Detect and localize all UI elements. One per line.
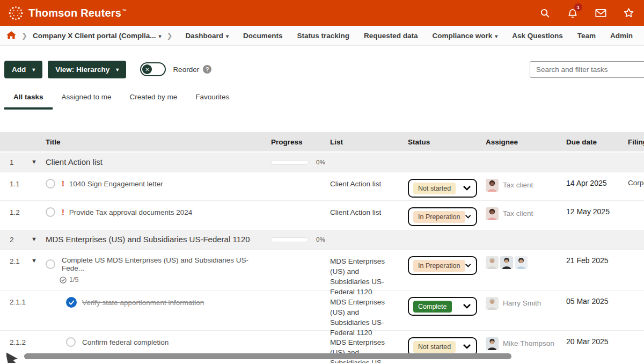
avatar [515, 256, 528, 269]
avatar [486, 179, 499, 192]
favourites-star-icon[interactable] [623, 7, 634, 19]
avatar [486, 207, 499, 220]
check-icon [69, 300, 75, 305]
progress-cell: 0% [267, 159, 326, 165]
chevron-down-icon [463, 304, 471, 309]
due-date-cell: 05 Mar 2025 [562, 291, 624, 330]
task-checkbox[interactable] [46, 179, 55, 188]
chevron-down-icon [465, 214, 471, 219]
tasks-table: Title Progress List Status Assignee Due … [0, 132, 644, 363]
tab-assigned-to-me[interactable]: Assigned to me [53, 88, 121, 110]
task-title[interactable]: Complete US MDS Enterprises (US) and Sub… [62, 256, 267, 272]
toggle-off-x-icon: ✕ [142, 64, 152, 74]
filing-cell: Corpo [624, 172, 644, 200]
nav-item-status-tracking[interactable]: Status tracking [297, 32, 349, 40]
notifications-bell-icon[interactable]: 1 [567, 7, 579, 19]
tab-all-tasks[interactable]: All tasks [4, 88, 53, 110]
status-dropdown[interactable]: In Preperation [408, 207, 477, 226]
breadcrumb-nav-bar: ❯ Company X Client portal (Complia...▾ ❯… [0, 26, 644, 46]
nav-item-team[interactable]: Team [577, 32, 596, 40]
assignee-cell [481, 250, 562, 290]
task-checkbox[interactable] [46, 207, 55, 217]
group-title[interactable]: MDS Enterprises (US) and Subsidiaries US… [46, 235, 250, 244]
assignee-name: Harry Smith [503, 297, 541, 310]
task-toolbar: Add▾ View: Hierarchy▾ ✕ Reorder ? [0, 60, 644, 78]
main-nav: Dashboard▾ Documents Status tracking Req… [185, 32, 633, 40]
tr-kinesis-icon [9, 6, 23, 20]
filing-cell [624, 291, 644, 330]
due-date-cell: 12 May 2025 [562, 201, 624, 229]
reorder-toggle[interactable]: ✕ [140, 62, 166, 76]
col-due-date: Due date [562, 138, 624, 146]
chevron-down-icon [463, 344, 471, 349]
nav-item-documents[interactable]: Documents [243, 32, 283, 40]
table-row-2-1: 2.1▼ Complete US MDS Enterprises (US) an… [0, 249, 644, 290]
reorder-label: Reorder [173, 66, 199, 74]
status-dropdown[interactable]: Complete [408, 297, 477, 316]
table-header-row: Title Progress List Status Assignee Due … [0, 132, 644, 151]
tab-created-by-me[interactable]: Created by me [121, 88, 187, 110]
status-badge: Complete [413, 301, 452, 313]
task-title[interactable]: Confirm federal completion [82, 338, 169, 346]
status-badge: Not started [413, 341, 456, 353]
nav-item-admin[interactable]: Admin [610, 32, 633, 40]
list-cell: Client Action list [326, 172, 404, 200]
assignee-cell: Tax client [481, 201, 562, 229]
task-checkbox[interactable] [46, 259, 55, 269]
col-assignee: Assignee [481, 138, 562, 146]
filing-cell [624, 331, 644, 363]
search-icon[interactable] [539, 7, 551, 19]
mouse-cursor [6, 349, 20, 363]
group-title[interactable]: Client Action list [46, 157, 103, 166]
list-cell: MDS Enterprises (US) and Subsidiaries US… [326, 291, 404, 330]
progress-bar [271, 160, 309, 165]
tab-favourites[interactable]: Favourites [186, 88, 238, 110]
add-button[interactable]: Add▾ [4, 61, 42, 78]
assignee-name: Mike Thompson [503, 337, 554, 350]
reorder-help-icon[interactable]: ? [203, 65, 211, 74]
breadcrumb-portal-dropdown[interactable]: Company X Client portal (Complia...▾ [33, 32, 162, 40]
search-input[interactable] [530, 61, 644, 78]
horizontal-scrollbar[interactable] [24, 353, 511, 359]
task-title[interactable]: Provide Tax approval documents 2024 [69, 208, 192, 216]
status-dropdown[interactable]: Not started [408, 179, 477, 198]
task-checkbox[interactable] [66, 337, 76, 347]
thomson-reuters-logo[interactable]: Thomson Reuters ™ [9, 6, 127, 20]
breadcrumb-separator: ❯ [21, 32, 27, 40]
task-title[interactable]: Verify state apportionment information [82, 299, 204, 307]
subtask-progress: 1/5 [60, 276, 267, 284]
due-date-cell: 14 Apr 2025 [562, 172, 624, 200]
assignee-cell: Tax client [481, 172, 562, 200]
status-badge: In Preperation [413, 211, 465, 223]
col-filing: Filing [624, 138, 644, 146]
status-dropdown[interactable]: In Preperation [408, 256, 477, 275]
breadcrumb-separator: ❯ [166, 32, 172, 40]
task-tabs: All tasks Assigned to me Created by me F… [0, 88, 644, 110]
col-status: Status [404, 138, 481, 146]
nav-item-ask-questions[interactable]: Ask Questions [512, 32, 563, 40]
status-badge: Not started [413, 183, 456, 194]
nav-item-compliance-work[interactable]: Compliance work▾ [433, 32, 498, 40]
task-title[interactable]: 1040 Sign Engagement letter [69, 180, 163, 188]
chevron-down-icon [463, 186, 471, 191]
collapse-caret-icon[interactable]: ▼ [31, 158, 37, 165]
col-list: List [326, 137, 404, 147]
progress-value: 0% [316, 159, 325, 165]
filing-cell [624, 250, 644, 290]
home-icon[interactable] [6, 31, 16, 40]
brand-name: Thomson Reuters [28, 7, 121, 19]
table-row-group-1: 1▼ Client Action list 0% [0, 151, 644, 172]
collapse-caret-icon[interactable]: ▼ [31, 236, 37, 242]
filing-cell [624, 201, 644, 229]
collapse-caret-icon[interactable]: ▼ [31, 257, 37, 264]
nav-item-requested-data[interactable]: Requested data [364, 32, 418, 40]
mail-icon[interactable] [595, 7, 606, 19]
table-row-1-2: 1.2 ! Provide Tax approval documents 202… [0, 200, 644, 229]
view-hierarchy-button[interactable]: View: Hierarchy▾ [48, 61, 126, 78]
avatar [486, 256, 499, 269]
due-date-cell: 20 Mar 2025 [562, 331, 624, 363]
task-checkbox-checked[interactable] [66, 297, 77, 308]
priority-exclamation-icon: ! [62, 179, 64, 188]
status-badge: In Preperation [413, 260, 465, 272]
nav-item-dashboard[interactable]: Dashboard▾ [185, 32, 229, 40]
